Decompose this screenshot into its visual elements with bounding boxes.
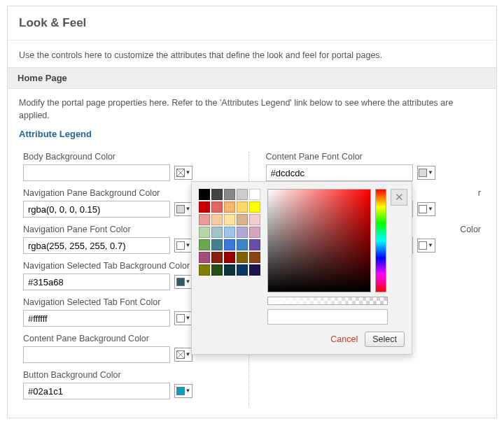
palette-swatch[interactable] — [237, 264, 248, 276]
palette-swatch[interactable] — [249, 227, 260, 238]
alpha-slider[interactable] — [267, 297, 388, 305]
field-label: Button Background Color — [23, 370, 239, 380]
swatch-icon — [176, 241, 185, 250]
close-icon[interactable]: ✕ — [391, 189, 407, 206]
swatch-icon — [176, 314, 185, 322]
palette-swatch[interactable] — [249, 201, 260, 213]
palette-swatch[interactable] — [211, 264, 223, 276]
color-text-input[interactable] — [266, 164, 413, 181]
palette-swatch[interactable] — [237, 189, 248, 200]
palette-swatch[interactable] — [224, 201, 235, 213]
palette-swatch[interactable] — [211, 227, 223, 238]
color-text-input[interactable] — [23, 383, 170, 399]
chevron-down-icon: ▼ — [186, 206, 191, 212]
chevron-down-icon: ▼ — [186, 243, 191, 248]
color-text-input[interactable] — [23, 237, 170, 254]
saturation-value-box[interactable] — [267, 189, 371, 292]
swatch-icon — [419, 169, 427, 177]
chevron-down-icon: ▼ — [186, 352, 191, 357]
color-swatch-button[interactable]: ▼ — [417, 202, 435, 216]
section-description: Modify the portal page properties here. … — [8, 89, 496, 126]
palette-swatch[interactable] — [199, 214, 210, 225]
color-swatch-button[interactable]: ▼ — [174, 202, 192, 216]
palette-swatch[interactable] — [211, 239, 223, 250]
color-text-input[interactable] — [23, 346, 170, 363]
section-header-home-page: Home Page — [8, 67, 496, 89]
palette-swatch[interactable] — [211, 189, 223, 200]
panel-description: Use the controls here to customize the a… — [8, 41, 496, 67]
cancel-button[interactable]: Cancel — [330, 334, 358, 344]
palette-swatch[interactable] — [237, 239, 248, 250]
color-swatch-button[interactable]: ▼ — [174, 311, 192, 325]
chevron-down-icon: ▼ — [186, 170, 191, 176]
color-swatch-button[interactable]: ▼ — [174, 239, 192, 253]
chevron-down-icon: ▼ — [186, 279, 191, 285]
select-button[interactable]: Select — [365, 332, 405, 347]
attribute-legend-link[interactable]: Attribute Legend — [8, 126, 496, 148]
palette-swatch[interactable] — [211, 252, 223, 263]
color-text-input[interactable] — [23, 310, 170, 327]
palette-swatch[interactable] — [199, 201, 210, 213]
palette-swatch[interactable] — [237, 201, 248, 213]
palette-swatch[interactable] — [224, 239, 235, 250]
field-label: Body Background Color — [23, 152, 239, 162]
color-text-input[interactable] — [23, 164, 170, 181]
chevron-down-icon: ▼ — [428, 206, 433, 212]
swatch-icon — [176, 205, 185, 213]
palette-swatch[interactable] — [237, 214, 248, 225]
palette-swatch[interactable] — [199, 239, 210, 250]
chevron-down-icon: ▼ — [428, 170, 433, 176]
color-field: Button Background Color▼ — [23, 370, 239, 399]
palette-swatch[interactable] — [249, 214, 260, 225]
panel-title: Look & Feel — [8, 6, 496, 41]
hue-slider[interactable] — [375, 189, 386, 292]
chevron-down-icon: ▼ — [186, 315, 191, 321]
color-field: Content Pane Font Color▼ — [266, 152, 482, 181]
color-picker-popup: ✕ Cancel Select — [191, 181, 412, 355]
color-swatch-button[interactable]: ▼ — [174, 348, 192, 362]
palette-swatch[interactable] — [237, 252, 248, 263]
palette-swatch[interactable] — [249, 189, 260, 200]
swatch-icon — [419, 205, 427, 213]
field-label: Content Pane Font Color — [266, 152, 482, 162]
palette-swatch[interactable] — [211, 201, 223, 213]
color-swatch-button[interactable]: ▼ — [417, 166, 435, 180]
fields-area: Body Background Color▼Navigation Pane Ba… — [8, 148, 496, 418]
chevron-down-icon: ▼ — [186, 388, 191, 394]
swatch-icon — [176, 278, 185, 286]
palette-swatch[interactable] — [249, 239, 260, 250]
palette-swatch[interactable] — [199, 264, 210, 276]
palette-swatch[interactable] — [224, 252, 235, 263]
swatch-icon — [419, 241, 427, 250]
swatch-icon — [176, 169, 185, 177]
palette-swatch[interactable] — [199, 189, 210, 200]
palette-swatch[interactable] — [224, 227, 235, 238]
palette-swatch[interactable] — [199, 227, 210, 238]
palette-swatch[interactable] — [211, 214, 223, 225]
color-field: Body Background Color▼ — [23, 152, 239, 181]
color-text-input[interactable] — [23, 274, 170, 290]
color-swatch-button[interactable]: ▼ — [174, 384, 192, 398]
look-and-feel-panel: Look & Feel Use the controls here to cus… — [7, 6, 497, 418]
color-swatch-button[interactable]: ▼ — [174, 275, 192, 289]
palette-swatch[interactable] — [199, 252, 210, 263]
swatch-icon — [176, 350, 185, 359]
palette-swatch[interactable] — [249, 252, 260, 263]
color-text-input[interactable] — [23, 201, 170, 218]
palette-swatch[interactable] — [224, 264, 235, 276]
swatch-icon — [176, 387, 185, 395]
color-swatch-button[interactable]: ▼ — [417, 239, 435, 253]
palette-swatch[interactable] — [224, 214, 235, 225]
palette-swatch[interactable] — [237, 227, 248, 238]
color-value-input[interactable] — [267, 309, 388, 325]
chevron-down-icon: ▼ — [428, 243, 433, 248]
palette-swatch[interactable] — [224, 189, 235, 200]
color-palette-grid — [199, 189, 260, 325]
color-swatch-button[interactable]: ▼ — [174, 166, 192, 180]
palette-swatch[interactable] — [249, 264, 260, 276]
